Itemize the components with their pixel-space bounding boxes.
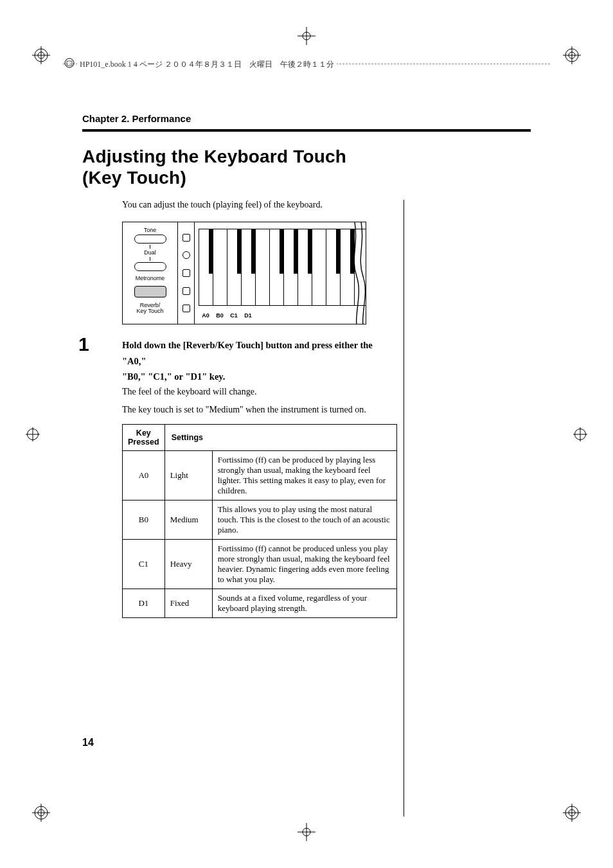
cell-setting: Heavy [164,540,212,589]
margin-column [404,200,531,817]
cell-description: This allows you to play using the most n… [212,500,396,540]
key-label: A0 [199,312,213,319]
panel-icon [182,305,190,312]
crop-mark-icon [563,46,581,64]
crop-mark-icon [298,27,315,45]
key-label: C1 [227,312,241,319]
keyboard-icon: A0B0C1D1 [195,222,366,324]
section-rule [82,129,531,132]
table-row: A0LightFortissimo (ff) can be produced b… [123,451,397,500]
chapter-title: Chapter 2. Performance [82,113,531,128]
section-title: Adjusting the Keyboard Touch (Key Touch) [82,146,531,188]
white-key-icon [213,229,227,306]
cell-description: Fortissimo (ff) can be produced by playi… [212,451,396,500]
cell-setting: Light [164,451,212,500]
button-label: Reverb/ Key Touch [137,303,164,314]
book-icon [64,58,75,68]
page-number: 14 [82,737,94,748]
metronome-button-icon [134,286,166,297]
document-header-text: HP101_e.book 1 4 ページ ２００４年８月３１日 火曜日 午後２時… [77,59,337,70]
svg-point-22 [65,58,74,67]
registration-mark-icon [27,429,39,440]
crop-mark-icon [298,823,315,841]
cell-setting: Medium [164,500,212,540]
crop-mark-icon [563,804,581,822]
col-header-key: Key Pressed [123,425,165,451]
dual-button-icon [134,262,166,271]
white-key-icon [255,229,269,306]
crop-mark-icon [32,804,50,822]
table-row: D1FixedSounds at a fixed volume, regardl… [123,589,397,618]
table-row: C1HeavyFortissimo (ff) cannot be produce… [123,540,397,589]
button-label: Metronome [136,276,165,281]
cell-description: Sounds at a fixed volume, regardless of … [212,589,396,618]
table-header-row: Key Pressed Settings [123,425,397,451]
panel-icon [182,287,190,295]
key-label: B0 [213,312,227,319]
cell-description: Fortissimo (ff) cannot be produced unles… [212,540,396,589]
settings-table: Key Pressed Settings A0LightFortissimo (… [122,424,397,618]
intro-text: You can adjust the touch (playing feel) … [122,200,397,210]
key-label: D1 [241,312,255,319]
cell-key: A0 [123,451,165,500]
col-header-settings: Settings [164,425,396,451]
cell-key: D1 [123,589,165,618]
cell-setting: Fixed [164,589,212,618]
keyboard-diagram: Tone Dual Metronome Reverb/ Key Touch [122,222,366,324]
diagram-panel-icons [178,222,195,324]
button-label: Dual [144,250,156,256]
step-number: 1 [78,333,89,355]
step-instruction: Hold down the [Reverb/Key Touch] button … [122,337,397,385]
page-content: Chapter 2. Performance Adjusting the Key… [82,113,531,755]
cell-key: C1 [123,540,165,589]
section-title-line: Adjusting the Keyboard Touch [82,146,346,166]
table-row: B0MediumThis allows you to play using th… [123,500,397,540]
crop-mark-icon [32,46,50,64]
button-label: Tone [144,227,157,233]
panel-icon [182,234,190,242]
panel-icon [182,251,190,259]
tone-button-icon [134,235,166,244]
body-text: The feel of the keyboard will change. [122,385,397,399]
cell-key: B0 [123,500,165,540]
registration-mark-icon [574,429,586,440]
section-title-line: (Key Touch) [82,168,186,188]
body-text: The key touch is set to "Medium" when th… [122,403,397,417]
diagram-buttons: Tone Dual Metronome Reverb/ Key Touch [123,222,178,324]
white-key-icon [312,229,326,306]
panel-icon [182,269,190,277]
